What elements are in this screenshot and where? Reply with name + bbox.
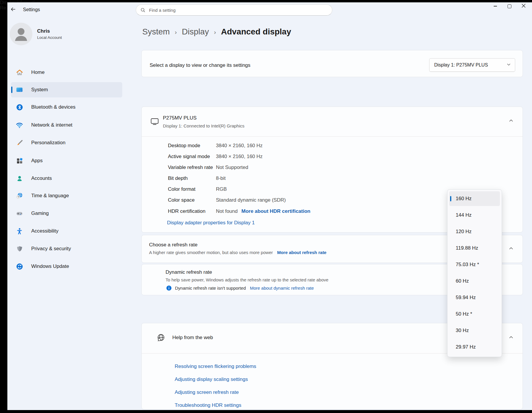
sidebar-item-system[interactable]: System [11, 82, 122, 97]
hdr-certification-link[interactable]: More about HDR certification [241, 208, 310, 214]
detail-label: Bit depth [168, 173, 188, 184]
sidebar-item-windows-update[interactable]: Windows Update [11, 259, 122, 274]
refresh-rate-option-75-03hz[interactable]: 75.03 Hz * [449, 257, 500, 272]
help-card-collapse-button[interactable] [507, 334, 516, 342]
detail-value: 3840 × 2160, 160 Hz [216, 140, 262, 151]
user-account-type: Local Account [37, 35, 62, 40]
refresh-rate-option-50hz[interactable]: 50 Hz * [449, 307, 500, 321]
breadcrumb: System › Display › Advanced display [142, 25, 291, 39]
breadcrumb-system[interactable]: System [142, 27, 170, 37]
refresh-rate-option-160hz[interactable]: 160 Hz [449, 191, 500, 206]
system-icon [16, 86, 23, 94]
sidebar-item-label: Windows Update [31, 263, 69, 269]
dynamic-refresh-rate-status-row: Dynamic refresh rate isn't supported Mor… [166, 284, 314, 291]
gaming-icon [16, 210, 23, 217]
detail-label: Desktop mode [168, 140, 200, 151]
card-divider [142, 136, 523, 137]
hdr-certification-value: Not found [216, 208, 238, 214]
back-arrow-icon [10, 6, 16, 13]
accessibility-icon [16, 227, 23, 235]
sidebar-item-privacy-security[interactable]: Privacy & security [11, 241, 122, 256]
sidebar-item-home[interactable]: Home [11, 65, 122, 80]
sidebar-item-apps[interactable]: Apps [11, 153, 122, 168]
sidebar-item-time-language[interactable]: Time & language [11, 188, 122, 203]
refresh-rate-option-60hz[interactable]: 60 Hz [449, 274, 500, 288]
sidebar-item-network-internet[interactable]: Network & internet [11, 117, 122, 133]
breadcrumb-display[interactable]: Display [182, 27, 209, 37]
help-link[interactable]: Adjusting display scaling settings [175, 375, 248, 384]
detail-label: Variable refresh rate [168, 162, 213, 173]
device-name: P275MV PLUS [163, 115, 196, 121]
refresh-rate-title: Choose a refresh rate [149, 241, 197, 248]
sidebar-item-label: Accounts [31, 175, 52, 181]
display-selector-value: Display 1: P275MV PLUS [434, 62, 488, 68]
page-title: Advanced display [221, 27, 291, 37]
help-link[interactable]: Troubleshooting HDR settings [175, 401, 241, 410]
detail-value: Not Supported [216, 162, 248, 173]
refresh-rate-dropdown-menu: 160 Hz 144 Hz 120 Hz 119.88 Hz 75.03 Hz … [447, 189, 502, 357]
detail-label: Active signal mode [168, 151, 210, 162]
search-icon [140, 7, 146, 13]
sidebar-item-label: System [31, 87, 48, 93]
minimize-icon [494, 6, 497, 6]
sidebar-item-label: Gaming [31, 210, 49, 216]
app-title: Settings [23, 7, 40, 13]
hdr-certification-row: Not found More about HDR certification [216, 206, 310, 217]
home-icon [16, 69, 23, 76]
display-selector-dropdown[interactable]: Display 1: P275MV PLUS [429, 58, 515, 72]
refresh-rate-option-119-88hz[interactable]: 119.88 Hz [449, 241, 500, 256]
maximize-button[interactable] [503, 1, 516, 11]
detail-label: Color space [168, 195, 195, 205]
detail-label: HDR certification [168, 206, 206, 217]
sidebar-item-label: Home [31, 69, 44, 75]
user-account[interactable]: Chris Local Account [10, 23, 98, 46]
privacy-icon [16, 245, 23, 253]
dynamic-refresh-rate-title: Dynamic refresh rate [166, 269, 212, 276]
more-about-dynamic-refresh-rate-link[interactable]: More about dynamic refresh rate [250, 286, 314, 291]
search-box[interactable] [136, 4, 332, 16]
search-input[interactable] [148, 7, 328, 13]
refresh-rate-option-59-94hz[interactable]: 59.94 Hz [449, 290, 500, 305]
display-selector-label: Select a display to view or change its s… [150, 60, 250, 71]
back-button[interactable] [8, 5, 18, 14]
dynamic-refresh-rate-status: Dynamic refresh rate isn't supported [175, 286, 246, 291]
user-name: Chris [37, 28, 50, 34]
help-link[interactable]: Resolving screen flickering problems [175, 362, 256, 371]
windows-update-icon [16, 263, 23, 270]
sidebar-item-personalization[interactable]: Personalization [11, 135, 122, 150]
avatar [10, 23, 32, 45]
selected-accent-bar [11, 87, 12, 93]
refresh-rate-option-29-97hz[interactable]: 29.97 Hz [449, 340, 500, 354]
sidebar-item-label: Apps [31, 158, 43, 164]
refresh-rate-option-30hz[interactable]: 30 Hz [449, 323, 500, 338]
sidebar-item-gaming[interactable]: Gaming [11, 206, 122, 221]
info-icon [166, 285, 172, 291]
device-subtitle: Display 1: Connected to Intel(R) Graphic… [163, 123, 244, 129]
minimize-button[interactable] [488, 1, 502, 11]
sidebar-item-accessibility[interactable]: Accessibility [11, 223, 122, 239]
sidebar-item-label: Personalization [31, 140, 65, 146]
chevron-up-icon [509, 118, 513, 124]
detail-value: RGB [216, 184, 227, 195]
more-about-refresh-rate-link[interactable]: More about refresh rate [277, 250, 327, 255]
refresh-rate-subtitle-row: A higher rate gives smoother motion, but… [149, 249, 326, 256]
accounts-icon [16, 175, 23, 182]
close-icon [522, 4, 526, 9]
detail-value: 3840 × 2160, 160 Hz [216, 151, 262, 162]
refresh-rate-option-120hz[interactable]: 120 Hz [449, 224, 500, 239]
personalization-icon [16, 139, 23, 147]
chevron-up-icon [509, 246, 513, 252]
close-button[interactable] [517, 1, 530, 11]
sidebar-item-accounts[interactable]: Accounts [11, 171, 122, 186]
display-adapter-properties-link[interactable]: Display adapter properties for Display 1 [167, 218, 255, 228]
sidebar-item-bluetooth-devices[interactable]: Bluetooth & devices [11, 99, 122, 115]
display-info-collapse-button[interactable] [507, 117, 516, 126]
chevron-up-icon [509, 335, 513, 341]
help-card-title: Help from the web [172, 334, 213, 341]
refresh-rate-option-144hz[interactable]: 144 Hz [449, 208, 500, 223]
help-link[interactable]: Adjusting screen refresh rate [175, 388, 239, 397]
network-icon [16, 121, 23, 129]
time-language-icon [16, 192, 23, 200]
refresh-rate-collapse-button[interactable] [507, 245, 516, 253]
refresh-rate-subtitle: A higher rate gives smoother motion, but… [149, 250, 273, 255]
